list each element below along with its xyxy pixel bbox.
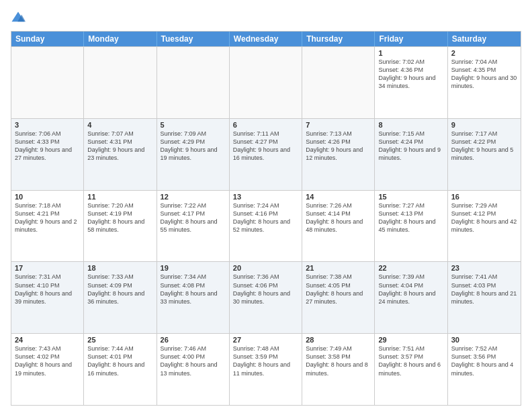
- cell-text: Sunrise: 7:09 AM Sunset: 4:29 PM Dayligh…: [161, 130, 226, 163]
- cell-text: Sunrise: 7:13 AM Sunset: 4:26 PM Dayligh…: [306, 130, 371, 163]
- cal-cell-0-5: 1Sunrise: 7:02 AM Sunset: 4:36 PM Daylig…: [375, 47, 447, 118]
- header-day-thursday: Thursday: [302, 32, 375, 46]
- cal-cell-3-1: 18Sunrise: 7:33 AM Sunset: 4:09 PM Dayli…: [84, 262, 157, 333]
- day-number: 26: [161, 336, 226, 344]
- day-number: 28: [306, 336, 371, 344]
- day-number: 6: [233, 121, 298, 129]
- cell-text: Sunrise: 7:39 AM Sunset: 4:04 PM Dayligh…: [378, 273, 443, 306]
- day-number: 22: [378, 264, 443, 272]
- cal-cell-0-3: [230, 47, 302, 118]
- calendar-body: 1Sunrise: 7:02 AM Sunset: 4:36 PM Daylig…: [11, 46, 521, 405]
- cal-cell-4-2: 26Sunrise: 7:46 AM Sunset: 4:00 PM Dayli…: [157, 334, 230, 405]
- cell-text: Sunrise: 7:51 AM Sunset: 3:57 PM Dayligh…: [378, 345, 443, 377]
- cell-text: Sunrise: 7:15 AM Sunset: 4:24 PM Dayligh…: [378, 130, 443, 163]
- day-number: 10: [15, 193, 80, 201]
- cal-cell-4-6: 30Sunrise: 7:52 AM Sunset: 3:56 PM Dayli…: [448, 334, 521, 405]
- header-day-sunday: Sunday: [11, 32, 84, 46]
- cell-text: Sunrise: 7:06 AM Sunset: 4:33 PM Dayligh…: [15, 130, 80, 163]
- header-day-saturday: Saturday: [448, 32, 521, 46]
- day-number: 18: [87, 264, 152, 272]
- cal-cell-2-1: 11Sunrise: 7:20 AM Sunset: 4:19 PM Dayli…: [84, 191, 157, 262]
- day-number: 15: [378, 193, 443, 201]
- cell-text: Sunrise: 7:33 AM Sunset: 4:09 PM Dayligh…: [87, 273, 152, 306]
- day-number: 8: [378, 121, 443, 129]
- header-day-monday: Monday: [84, 32, 157, 46]
- cal-cell-2-0: 10Sunrise: 7:18 AM Sunset: 4:21 PM Dayli…: [11, 191, 84, 262]
- cal-cell-2-2: 12Sunrise: 7:22 AM Sunset: 4:17 PM Dayli…: [157, 191, 230, 262]
- logo: [11, 11, 27, 26]
- day-number: 11: [87, 193, 152, 201]
- cal-cell-4-5: 29Sunrise: 7:51 AM Sunset: 3:57 PM Dayli…: [375, 334, 447, 405]
- cell-text: Sunrise: 7:24 AM Sunset: 4:16 PM Dayligh…: [233, 201, 298, 234]
- cal-cell-0-6: 2Sunrise: 7:04 AM Sunset: 4:35 PM Daylig…: [448, 47, 521, 118]
- day-number: 12: [161, 193, 226, 201]
- cal-cell-4-0: 24Sunrise: 7:43 AM Sunset: 4:02 PM Dayli…: [11, 334, 84, 405]
- day-number: 20: [233, 264, 298, 272]
- day-number: 25: [87, 336, 152, 344]
- header: [11, 8, 521, 26]
- calendar-row-4: 24Sunrise: 7:43 AM Sunset: 4:02 PM Dayli…: [11, 333, 521, 405]
- cell-text: Sunrise: 7:34 AM Sunset: 4:08 PM Dayligh…: [161, 273, 226, 306]
- cell-text: Sunrise: 7:04 AM Sunset: 4:35 PM Dayligh…: [451, 58, 517, 91]
- cal-cell-4-3: 27Sunrise: 7:48 AM Sunset: 3:59 PM Dayli…: [230, 334, 302, 405]
- cal-cell-3-4: 21Sunrise: 7:38 AM Sunset: 4:05 PM Dayli…: [302, 262, 375, 333]
- cal-cell-3-3: 20Sunrise: 7:36 AM Sunset: 4:06 PM Dayli…: [230, 262, 302, 333]
- calendar-row-2: 10Sunrise: 7:18 AM Sunset: 4:21 PM Dayli…: [11, 190, 521, 262]
- cell-text: Sunrise: 7:46 AM Sunset: 4:00 PM Dayligh…: [161, 345, 226, 377]
- day-number: 7: [306, 121, 371, 129]
- page: SundayMondayTuesdayWednesdayThursdayFrid…: [0, 0, 532, 411]
- day-number: 5: [161, 121, 226, 129]
- cal-cell-1-3: 6Sunrise: 7:11 AM Sunset: 4:27 PM Daylig…: [230, 119, 302, 190]
- cell-text: Sunrise: 7:02 AM Sunset: 4:36 PM Dayligh…: [378, 58, 443, 91]
- day-number: 19: [161, 264, 226, 272]
- header-day-wednesday: Wednesday: [230, 32, 302, 46]
- cal-cell-0-0: [11, 47, 84, 118]
- cell-text: Sunrise: 7:18 AM Sunset: 4:21 PM Dayligh…: [15, 201, 80, 234]
- day-number: 16: [451, 193, 517, 201]
- calendar-row-3: 17Sunrise: 7:31 AM Sunset: 4:10 PM Dayli…: [11, 261, 521, 333]
- day-number: 17: [15, 264, 80, 272]
- calendar-row-1: 3Sunrise: 7:06 AM Sunset: 4:33 PM Daylig…: [11, 118, 521, 190]
- cal-cell-1-0: 3Sunrise: 7:06 AM Sunset: 4:33 PM Daylig…: [11, 119, 84, 190]
- day-number: 4: [87, 121, 152, 129]
- cal-cell-3-2: 19Sunrise: 7:34 AM Sunset: 4:08 PM Dayli…: [157, 262, 230, 333]
- cell-text: Sunrise: 7:36 AM Sunset: 4:06 PM Dayligh…: [233, 273, 298, 306]
- day-number: 9: [451, 121, 517, 129]
- cal-cell-4-4: 28Sunrise: 7:49 AM Sunset: 3:58 PM Dayli…: [302, 334, 375, 405]
- cell-text: Sunrise: 7:11 AM Sunset: 4:27 PM Dayligh…: [233, 130, 298, 163]
- cal-cell-1-6: 9Sunrise: 7:17 AM Sunset: 4:22 PM Daylig…: [448, 119, 521, 190]
- day-number: 30: [451, 336, 517, 344]
- cal-cell-2-6: 16Sunrise: 7:29 AM Sunset: 4:12 PM Dayli…: [448, 191, 521, 262]
- day-number: 3: [15, 121, 80, 129]
- day-number: 14: [306, 193, 371, 201]
- calendar: SundayMondayTuesdayWednesdayThursdayFrid…: [11, 31, 521, 406]
- cal-cell-2-4: 14Sunrise: 7:26 AM Sunset: 4:14 PM Dayli…: [302, 191, 375, 262]
- cell-text: Sunrise: 7:31 AM Sunset: 4:10 PM Dayligh…: [15, 273, 80, 306]
- cal-cell-0-1: [84, 47, 157, 118]
- header-day-friday: Friday: [375, 32, 447, 46]
- logo-icon: [11, 11, 26, 26]
- cal-cell-3-6: 23Sunrise: 7:41 AM Sunset: 4:03 PM Dayli…: [448, 262, 521, 333]
- day-number: 27: [233, 336, 298, 344]
- cal-cell-0-2: [157, 47, 230, 118]
- cal-cell-2-3: 13Sunrise: 7:24 AM Sunset: 4:16 PM Dayli…: [230, 191, 302, 262]
- cal-cell-1-4: 7Sunrise: 7:13 AM Sunset: 4:26 PM Daylig…: [302, 119, 375, 190]
- cell-text: Sunrise: 7:22 AM Sunset: 4:17 PM Dayligh…: [161, 201, 226, 234]
- cal-cell-3-0: 17Sunrise: 7:31 AM Sunset: 4:10 PM Dayli…: [11, 262, 84, 333]
- day-number: 29: [378, 336, 443, 344]
- cell-text: Sunrise: 7:49 AM Sunset: 3:58 PM Dayligh…: [306, 345, 371, 377]
- cell-text: Sunrise: 7:20 AM Sunset: 4:19 PM Dayligh…: [87, 201, 152, 234]
- header-day-tuesday: Tuesday: [157, 32, 230, 46]
- cal-cell-0-4: [302, 47, 375, 118]
- day-number: 13: [233, 193, 298, 201]
- day-number: 2: [451, 49, 517, 57]
- cal-cell-1-1: 4Sunrise: 7:07 AM Sunset: 4:31 PM Daylig…: [84, 119, 157, 190]
- cal-cell-1-5: 8Sunrise: 7:15 AM Sunset: 4:24 PM Daylig…: [375, 119, 447, 190]
- calendar-header: SundayMondayTuesdayWednesdayThursdayFrid…: [11, 32, 521, 46]
- cell-text: Sunrise: 7:17 AM Sunset: 4:22 PM Dayligh…: [451, 130, 517, 163]
- cal-cell-1-2: 5Sunrise: 7:09 AM Sunset: 4:29 PM Daylig…: [157, 119, 230, 190]
- cal-cell-4-1: 25Sunrise: 7:44 AM Sunset: 4:01 PM Dayli…: [84, 334, 157, 405]
- day-number: 23: [451, 264, 517, 272]
- cell-text: Sunrise: 7:41 AM Sunset: 4:03 PM Dayligh…: [451, 273, 517, 306]
- calendar-row-0: 1Sunrise: 7:02 AM Sunset: 4:36 PM Daylig…: [11, 46, 521, 118]
